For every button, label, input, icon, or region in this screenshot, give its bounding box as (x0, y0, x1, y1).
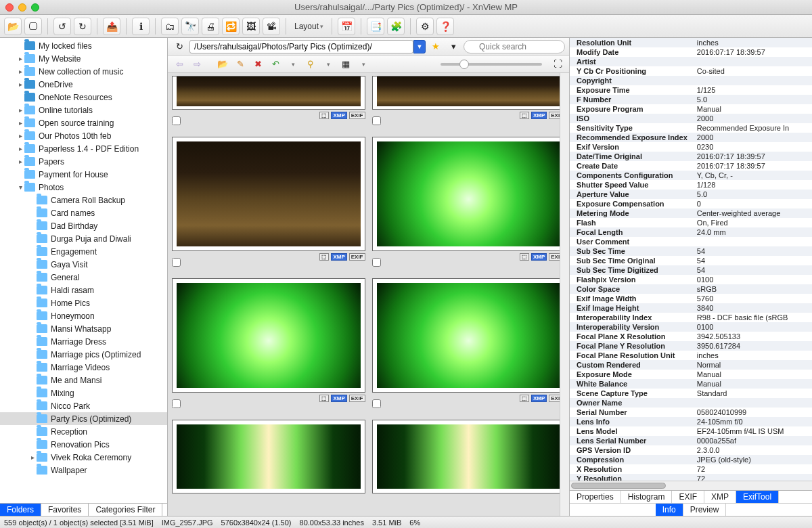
print-button[interactable]: 🖨 (202, 18, 219, 35)
tree-item[interactable]: Nicco Park (0, 399, 167, 412)
disclosure-icon[interactable]: ▾ (16, 183, 24, 191)
settings-button[interactable]: ⚙ (416, 18, 434, 35)
left-tab-folders[interactable]: Folders (0, 504, 41, 516)
scrollbar-thumb[interactable] (571, 483, 666, 489)
thumbnail-cell[interactable]: ⬚XMPEXIF (172, 126, 365, 261)
exif-scroll-area[interactable]: Resolution UnitinchesModify Date2016:07:… (570, 38, 812, 481)
tree-item[interactable]: General (0, 271, 167, 284)
disclosure-icon[interactable]: ▸ (16, 106, 24, 114)
browse-button[interactable]: 🗂 (161, 18, 179, 35)
tree-item[interactable]: ▸My Website (0, 52, 167, 65)
expand-button[interactable]: ⛶ (550, 58, 565, 71)
disclosure-icon[interactable]: ▸ (16, 132, 24, 139)
tree-item[interactable]: ▸New collection of music (0, 65, 167, 78)
reload-button[interactable]: ↻ (172, 40, 187, 53)
delete-button[interactable]: ✖ (250, 58, 265, 71)
disclosure-icon[interactable]: ▸ (16, 55, 24, 62)
tree-item[interactable]: Haldi rasam (0, 284, 167, 296)
quick-search-input[interactable] (464, 40, 565, 53)
thumbnail-size-slider[interactable] (441, 63, 542, 66)
batch-button[interactable]: 🖼 (242, 18, 260, 35)
redo-button[interactable]: ↻ (74, 18, 91, 35)
tree-item[interactable]: ▸Papers (0, 155, 167, 168)
tree-item[interactable]: ▸OneDrive (0, 78, 167, 91)
thumbnail-cell[interactable] (372, 409, 566, 493)
fav-dropdown-icon[interactable]: ▾ (446, 40, 461, 53)
disclosure-icon[interactable]: ▸ (16, 81, 24, 88)
thumbnail-cell[interactable]: ⬚XMPEXIF (372, 267, 566, 402)
metadata-tab-properties[interactable]: Properties (570, 491, 621, 503)
panel-tab-info[interactable]: Info (656, 504, 683, 516)
slideshow-button[interactable]: 📽 (263, 18, 280, 35)
panels-button[interactable]: 🧩 (387, 18, 405, 35)
edit-button[interactable]: ✎ (233, 58, 248, 71)
folder-tree[interactable]: My locked files▸My Website▸New collectio… (0, 38, 167, 503)
grid-view-button[interactable]: ▦ (338, 58, 353, 71)
tree-item[interactable]: Durga Puja and Diwali (0, 232, 167, 245)
thumbnail-checkbox[interactable] (372, 258, 381, 267)
thumbnail-cell[interactable]: ⬚XMPEXIF (172, 76, 365, 119)
left-tab-categories-filter[interactable]: Categories Filter (89, 504, 162, 516)
filter-button[interactable]: ⚲ (303, 58, 318, 71)
slider-thumb[interactable] (459, 60, 469, 69)
tree-item[interactable]: Dad Birthday (0, 219, 167, 232)
thumbnail-checkbox[interactable] (372, 116, 381, 125)
horizontal-scrollbar[interactable] (570, 481, 812, 490)
path-dropdown-icon[interactable]: ▼ (413, 40, 426, 53)
tree-item[interactable]: Honeymoon (0, 309, 167, 322)
thumbnail-cell[interactable]: ⬚XMPEXIF (372, 76, 566, 119)
open-folder-button[interactable]: 📂 (215, 58, 230, 71)
view-button[interactable]: 📅 (338, 18, 355, 35)
disclosure-icon[interactable]: ▸ (16, 119, 24, 127)
tree-item[interactable]: Party Pics (Optimized) (0, 412, 167, 425)
thumbnail-cell[interactable]: ⬚XMPEXIF (372, 126, 566, 261)
tree-item[interactable]: OneNote Resources (0, 91, 167, 104)
tree-item[interactable]: Gaya Visit (0, 258, 167, 271)
left-tab-favorites[interactable]: Favorites (41, 504, 89, 516)
tree-item[interactable]: ▾Photos (0, 181, 167, 194)
convert-button[interactable]: 🔁 (222, 18, 240, 35)
layout-menu[interactable]: Layout (292, 22, 326, 31)
tree-item[interactable]: ▸Online tutorials (0, 104, 167, 116)
thumbnail-checkbox[interactable] (172, 399, 181, 408)
thumbnail-cell[interactable]: ⬚XMPEXIF (172, 267, 365, 402)
tree-item[interactable]: Card names (0, 206, 167, 219)
metadata-tab-histogram[interactable]: Histogram (621, 491, 673, 503)
tree-item[interactable]: ▸Our Photos 10th feb (0, 129, 167, 142)
tree-item[interactable]: Payment for House (0, 168, 167, 181)
path-input[interactable] (189, 40, 413, 53)
tree-item[interactable]: Wallpaper (0, 464, 167, 477)
sort-button[interactable]: 📑 (367, 18, 384, 35)
rotate-dropdown-icon[interactable]: ▾ (286, 58, 300, 71)
grid-dropdown-icon[interactable]: ▾ (356, 58, 371, 71)
metadata-tab-exiftool[interactable]: ExifTool (736, 491, 779, 503)
favorite-star-icon[interactable]: ★ (428, 40, 443, 53)
forward-button[interactable]: ⇨ (189, 58, 204, 71)
thumbnail-checkbox[interactable] (172, 116, 181, 125)
tree-item[interactable]: Reception (0, 425, 167, 438)
thumbnail-cell[interactable] (172, 409, 365, 493)
help-button[interactable]: ❓ (436, 18, 454, 35)
metadata-tab-xmp[interactable]: XMP (704, 491, 736, 503)
tree-item[interactable]: Mansi Whatsapp (0, 322, 167, 335)
tree-item[interactable]: Camera Roll Backup (0, 194, 167, 206)
disclosure-icon[interactable]: ▸ (16, 158, 24, 165)
undo-button[interactable]: ↺ (53, 18, 71, 35)
tree-item[interactable]: Marriage Videos (0, 361, 167, 374)
tree-item[interactable]: Engagement (0, 245, 167, 258)
up-folder-button[interactable]: 📤 (103, 18, 120, 35)
back-button[interactable]: ⇦ (172, 58, 187, 71)
tree-item[interactable]: Home Pics (0, 296, 167, 309)
fullscreen-button[interactable]: 🖵 (24, 18, 42, 35)
tree-item[interactable]: Me and Mansi (0, 374, 167, 387)
tree-item[interactable]: ▸Vivek Roka Ceremony (0, 451, 167, 464)
disclosure-icon[interactable]: ▸ (16, 145, 24, 152)
open-button[interactable]: 📂 (4, 18, 22, 35)
info-button[interactable]: ℹ (132, 18, 150, 35)
thumbnail-checkbox[interactable] (172, 258, 181, 267)
tree-item[interactable]: Marriage Dress (0, 335, 167, 348)
filter-dropdown-icon[interactable]: ▾ (321, 58, 336, 71)
tree-item[interactable]: ▸Paperless 1.4 - PDF Edition (0, 142, 167, 155)
metadata-tab-exif[interactable]: EXIF (672, 491, 704, 503)
find-button[interactable]: 🔭 (181, 18, 199, 35)
